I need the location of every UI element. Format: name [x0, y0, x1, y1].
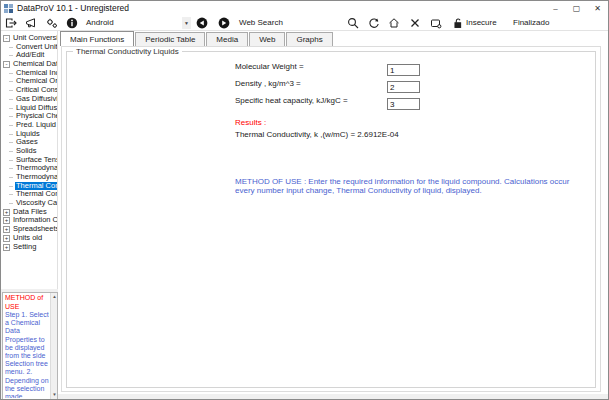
tab-web[interactable]: Web: [249, 32, 285, 46]
app-window: DataProV 10.1 - Unregistered – ▢ ✕: [0, 0, 609, 400]
close-button[interactable]: ✕: [587, 1, 608, 15]
tree-item-add-edit[interactable]: Add/Edit: [1, 51, 57, 60]
field-label: Molecular Weight =: [235, 62, 387, 71]
tree-item-chemical-data[interactable]: -Chemical Data: [1, 60, 57, 69]
tab-main-functions[interactable]: Main Functions: [60, 31, 134, 46]
scrollbar[interactable]: ▲ ▼: [50, 293, 57, 399]
web-search-label: Web Search: [239, 18, 283, 27]
method-of-use-text: METHOD OF USE : Enter the required infor…: [235, 178, 575, 195]
method-of-use-panel: METHOD of USE Step 1. Select a Chemical …: [2, 292, 58, 400]
app-icon: [4, 4, 13, 13]
expand-icon[interactable]: +: [3, 226, 10, 233]
tree-item-liquids[interactable]: Liquids: [1, 130, 57, 139]
results-heading: Results :: [235, 118, 266, 127]
field-label: Specific heat capacity, kJ/kgC =: [235, 96, 387, 105]
tab-periodic-table[interactable]: Periodic Table: [135, 32, 205, 46]
tab-media[interactable]: Media: [206, 32, 248, 46]
tree-item-critical-constants[interactable]: Critical Const: [1, 86, 57, 95]
tree-item-data-files[interactable]: +Data Files: [1, 208, 57, 217]
expand-icon[interactable]: +: [3, 244, 10, 251]
expand-icon[interactable]: +: [3, 209, 10, 216]
window-title: DataProV 10.1 - Unregistered: [17, 3, 129, 13]
megaphone-icon[interactable]: [25, 17, 37, 29]
record-box-icon[interactable]: [430, 17, 442, 29]
toolbar: Android ▼ Web Search: [1, 15, 608, 31]
collapse-icon[interactable]: -: [3, 61, 10, 68]
tree-item-spreadsheets[interactable]: +Spreadsheets: [1, 225, 57, 234]
unlock-icon[interactable]: [452, 17, 464, 29]
method-panel-body: Step 1. Select a Chemical Data Propertie…: [5, 311, 49, 398]
expand-icon[interactable]: +: [3, 235, 10, 242]
expand-icon[interactable]: +: [3, 217, 10, 224]
nav-forward-icon[interactable]: [218, 17, 230, 29]
density-input[interactable]: [387, 81, 420, 93]
tree-item-surface-tension[interactable]: Surface Tensi: [1, 156, 57, 165]
tree-item-solids[interactable]: Solids: [1, 147, 57, 156]
tree-item-physical-chemistry[interactable]: Physical Cher: [1, 112, 57, 121]
search-icon[interactable]: [347, 17, 359, 29]
gears-icon[interactable]: [46, 17, 58, 29]
minimize-button[interactable]: –: [545, 1, 566, 15]
scroll-up-icon[interactable]: ▲: [51, 293, 58, 301]
tree-item-unit-conversions[interactable]: -Unit Conversions: [1, 34, 57, 43]
tab-panel: Thermal Conductivity Liquids Molecular W…: [61, 46, 601, 392]
tree-item-information-charts[interactable]: +Information Chart: [1, 216, 57, 225]
main-content: Main Functions Periodic Table Media Web …: [58, 31, 608, 394]
tree-item-convert-unit[interactable]: Convert Unit: [1, 43, 57, 52]
field-label: Density , kg/m^3 =: [235, 79, 387, 88]
tree-item-viscosity-calc[interactable]: Viscosity Calc: [1, 199, 57, 208]
tree-item-thermodynamics-2[interactable]: Thermodynam: [1, 173, 57, 182]
device-combobox[interactable]: Android: [86, 18, 114, 27]
window-controls: – ▢ ✕: [545, 1, 608, 15]
home-icon[interactable]: [388, 17, 400, 29]
chevron-down-icon[interactable]: ▼: [182, 17, 191, 29]
field-density: Density , kg/m^3 =: [235, 79, 387, 93]
tree-item-gas-diffusivity[interactable]: Gas Diffusivit: [1, 95, 57, 104]
info-icon[interactable]: [66, 17, 78, 29]
exit-icon[interactable]: [5, 17, 17, 29]
tree-item-setting[interactable]: +Setting: [1, 243, 57, 252]
refresh-icon[interactable]: [368, 17, 380, 29]
tree-item-liquid-diffusivity[interactable]: Liquid Diffusi: [1, 104, 57, 113]
collapse-icon[interactable]: -: [3, 35, 10, 42]
specific-heat-input[interactable]: [387, 98, 420, 110]
close-x-icon[interactable]: [409, 17, 421, 29]
scroll-down-icon[interactable]: ▼: [51, 391, 58, 399]
thermal-conductivity-result: Thermal Conductivity, k ,(w/mC) = 2.6912…: [235, 130, 399, 139]
sidebar-tree: -Unit Conversions Convert Unit Add/Edit …: [1, 31, 58, 289]
nav-back-icon[interactable]: [196, 17, 208, 29]
method-panel-title: METHOD of USE: [5, 294, 49, 311]
tree-item-chemical-organic[interactable]: Chemical Org: [1, 77, 57, 86]
tab-strip: Main Functions Periodic Table Media Web …: [60, 31, 608, 46]
field-molecular-weight: Molecular Weight =: [235, 62, 387, 76]
tree-item-gases[interactable]: Gases: [1, 138, 57, 147]
status-label: Finalizado: [513, 18, 549, 27]
tab-graphs[interactable]: Graphs: [286, 32, 332, 46]
title-bar: DataProV 10.1 - Unregistered – ▢ ✕: [1, 1, 608, 15]
tree-item-units-old[interactable]: +Units old: [1, 234, 57, 243]
molecular-weight-input[interactable]: [387, 64, 420, 76]
tree-item-thermal-conductivity-2[interactable]: Thermal Cond: [1, 190, 57, 199]
tree-item-chemical-inorganic[interactable]: Chemical Inor: [1, 69, 57, 78]
thermal-conductivity-groupbox: Thermal Conductivity Liquids Molecular W…: [66, 51, 596, 388]
groupbox-title: Thermal Conductivity Liquids: [73, 47, 182, 56]
tree-item-thermodynamics-1[interactable]: Thermodynam: [1, 164, 57, 173]
field-specific-heat: Specific heat capacity, kJ/kgC =: [235, 96, 387, 110]
maximize-button[interactable]: ▢: [566, 1, 587, 15]
tree-item-thermal-conductivity-selected[interactable]: Thermal Cond: [1, 182, 57, 191]
tree-item-pred-liquid[interactable]: Pred. Liquid M: [1, 121, 57, 130]
insecure-label: Insecure: [466, 18, 497, 27]
